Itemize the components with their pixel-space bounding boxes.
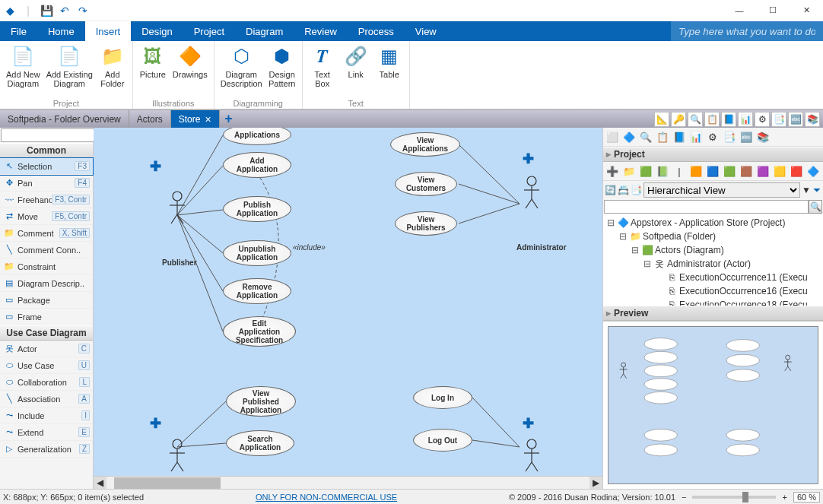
tree-expander-icon[interactable]: ⊟: [618, 231, 628, 242]
tool-pan[interactable]: ✥PanF4: [0, 175, 93, 192]
add-icon[interactable]: ✚: [523, 415, 535, 427]
panel-tool-1-5[interactable]: 🟧: [688, 163, 704, 179]
link-button[interactable]: 🔗Link: [339, 43, 373, 98]
dropdown-icon[interactable]: ▼: [802, 185, 811, 195]
usecase[interactable]: Log Out: [413, 429, 472, 452]
tool-collaboration[interactable]: ⬭CollaborationL: [0, 374, 93, 391]
panel-tool-1-8[interactable]: 🟫: [739, 163, 754, 179]
panel-tool-1-1[interactable]: 📁: [621, 163, 637, 179]
scroll-left-icon[interactable]: ◀: [94, 477, 106, 490]
menu-design[interactable]: Design: [131, 21, 183, 41]
preview-panel-header[interactable]: Preview: [603, 306, 823, 321]
panel-tool-1-2[interactable]: 🟩: [638, 163, 653, 179]
sidetool-8[interactable]: 🔤: [788, 112, 803, 127]
tool-selection[interactable]: ↖SelectionF3: [0, 158, 93, 175]
sidetool-1[interactable]: 🔑: [671, 112, 686, 127]
zoom-slider[interactable]: [692, 496, 776, 499]
sync-icon[interactable]: 📇: [618, 185, 629, 195]
usecase[interactable]: ViewCustomers: [395, 172, 457, 196]
project-search-input[interactable]: [604, 200, 809, 214]
usecase[interactable]: ViewPublishedApplication: [226, 386, 296, 417]
actor[interactable]: Administrator: [516, 211, 567, 252]
tool-include[interactable]: ⤳IncludeI: [0, 407, 93, 424]
tree-node[interactable]: ⊟📁Softpedia (Folder): [605, 230, 821, 243]
add-icon[interactable]: ✚: [150, 415, 162, 427]
zoom-value[interactable]: 60 %: [793, 492, 820, 502]
add-new-diagram-button[interactable]: 📄Add NewDiagram: [3, 43, 43, 98]
tree-node[interactable]: ⊟옷Administrator (Actor): [605, 257, 821, 271]
tool-comment-conn-[interactable]: ╲Comment Conn..: [0, 242, 93, 258]
panel-tool-0-8[interactable]: 🔤: [739, 129, 754, 144]
panel-tool-1-4[interactable]: |: [672, 163, 687, 179]
panel-tool-0-1[interactable]: 🔷: [621, 129, 637, 144]
tree-node[interactable]: ⎘ExecutionOccurrence11 (Execu: [605, 271, 821, 284]
usecase[interactable]: RemoveApplication: [223, 278, 291, 304]
menu-file[interactable]: File: [0, 21, 37, 41]
picture-button[interactable]: 🖼Picture: [136, 43, 170, 98]
menu-diagram[interactable]: Diagram: [235, 21, 294, 41]
panel-tool-1-11[interactable]: 🟥: [789, 163, 804, 179]
panel-tool-0-4[interactable]: 📘: [672, 129, 687, 144]
tool-move[interactable]: ⇄MoveF5, Contr: [0, 208, 93, 225]
tool-frame[interactable]: ▭Frame: [0, 309, 93, 325]
scroll-right-icon[interactable]: ▶: [589, 477, 602, 490]
sidetool-5[interactable]: 📊: [738, 112, 753, 127]
panel-tool-0-2[interactable]: 🔍: [638, 129, 653, 144]
close-button[interactable]: ✕: [790, 0, 823, 21]
maximize-button[interactable]: ☐: [756, 0, 790, 21]
panel-tool-1-3[interactable]: 📗: [655, 163, 670, 179]
tab-softpedia-folder-overview[interactable]: Softpedia - Folder Overview: [0, 110, 129, 128]
panel-tool-1-0[interactable]: ➕: [605, 163, 620, 179]
panel-tool-0-6[interactable]: ⚙: [705, 129, 720, 144]
panel-tool-0-7[interactable]: 📑: [722, 129, 737, 144]
sidetool-9[interactable]: 📚: [805, 112, 820, 127]
tree-node[interactable]: ⎘ExecutionOccurrence18 (Execu: [605, 298, 821, 306]
tree-node[interactable]: ⊟🔷Appstorex - Application Store (Project…: [605, 216, 821, 230]
usecase[interactable]: EditApplicationSpecification: [223, 316, 296, 347]
tool-constraint[interactable]: 📁Constraint: [0, 258, 93, 275]
tab-actors[interactable]: Actors: [129, 110, 171, 128]
menu-review[interactable]: Review: [294, 21, 348, 41]
sidetool-4[interactable]: 📘: [721, 112, 736, 127]
design-pattern-button[interactable]: ⬢DesignPattern: [265, 43, 299, 98]
tool-freehand[interactable]: 〰FreehandF3, Contr: [0, 192, 93, 208]
tool-actor[interactable]: 옷ActorC: [0, 341, 93, 357]
panel-tool-0-9[interactable]: 📚: [755, 129, 771, 144]
sidetool-2[interactable]: 🔍: [688, 112, 703, 127]
tab-store[interactable]: Store×: [171, 110, 220, 128]
tool-comment[interactable]: 📁CommentX, Shift: [0, 225, 93, 242]
sidetool-3[interactable]: 📋: [704, 112, 720, 127]
menu-insert[interactable]: Insert: [85, 21, 132, 41]
add-existing-diagram-button[interactable]: 📄Add ExistingDiagram: [43, 43, 96, 98]
tool-use-case[interactable]: ⬭Use CaseU: [0, 357, 93, 374]
add-folder-button[interactable]: 📁AddFolder: [96, 43, 129, 98]
sidetool-0[interactable]: 📐: [654, 112, 669, 127]
save-icon[interactable]: 💾: [40, 4, 53, 17]
close-icon[interactable]: ×: [205, 113, 211, 125]
tool-diagram-descrip-[interactable]: ▤Diagram Descrip..: [0, 275, 93, 292]
diagram-description-button[interactable]: ⬡DiagramDescription: [218, 43, 265, 98]
sidetool-7[interactable]: 📑: [771, 112, 786, 127]
tree-expander-icon[interactable]: ⊟: [643, 258, 652, 269]
table-button[interactable]: ▦Table: [373, 43, 406, 98]
panel-tool-1-10[interactable]: 🟨: [772, 163, 787, 179]
tree-expander-icon[interactable]: ⊟: [606, 217, 615, 228]
redo-icon[interactable]: ↷: [76, 4, 90, 17]
search-icon[interactable]: 🔍: [809, 200, 822, 214]
menu-process[interactable]: Process: [348, 21, 405, 41]
add-icon[interactable]: ✚: [523, 151, 535, 163]
filter-icon[interactable]: ⏷: [812, 185, 821, 195]
panel-tool-1-7[interactable]: 🟩: [722, 163, 737, 179]
tool-extend[interactable]: ⤳ExtendE: [0, 424, 93, 441]
panel-tool-1-9[interactable]: 🟪: [755, 163, 771, 179]
tree-node[interactable]: ⊟🟩Actors (Diagram): [605, 243, 821, 257]
usecase[interactable]: AddApplication: [223, 152, 291, 178]
sidetool-6[interactable]: ⚙: [755, 112, 770, 127]
usecase[interactable]: UnpublishApplication: [223, 240, 291, 266]
usecase[interactable]: ViewApplications: [390, 132, 460, 157]
usecase[interactable]: ViewPublishers: [395, 211, 457, 236]
menu-view[interactable]: View: [405, 21, 447, 41]
project-panel-header[interactable]: Project: [603, 147, 823, 162]
refresh-icon[interactable]: 🔄: [605, 185, 616, 195]
zoom-out-icon[interactable]: −: [682, 493, 686, 502]
